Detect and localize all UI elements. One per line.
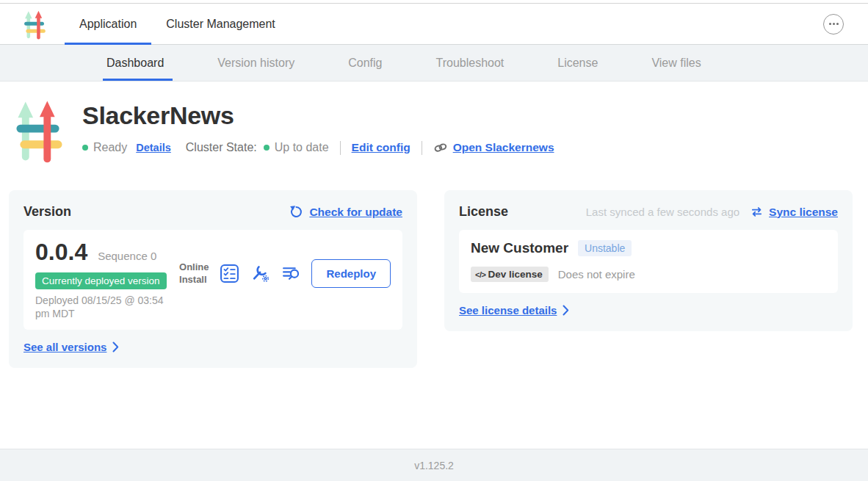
tab-license-label: License [557,57,598,70]
license-card-title: License [459,204,508,220]
top-nav: Application Cluster Management [0,4,868,45]
open-app-link[interactable]: Open Slackernews [433,140,554,155]
version-card: Version Check for update 0.0.4 Sequ [9,190,417,368]
app-header-text: SlackerNews Ready Details Cluster State:… [82,98,554,166]
version-line: 0.0.4 Sequence 0 [35,239,179,266]
license-header-right: Last synced a few seconds ago Sync licen… [586,206,838,219]
current-version-box: 0.0.4 Sequence 0 Currently deployed vers… [23,230,402,330]
tab-version-history[interactable]: Version history [217,45,294,81]
customer-name: New Customer [471,240,568,256]
cluster-state-dot [264,145,270,151]
tab-config-label: Config [348,57,382,70]
refresh-icon [289,205,303,219]
link-icon [433,140,448,155]
app-header: SlackerNews Ready Details Cluster State:… [15,98,868,166]
app-sub-nav: Dashboard Version history Config Trouble… [0,45,868,82]
install-type-label: Online Install [179,261,209,286]
app-status-text: Ready [93,141,127,154]
version-card-title: Version [23,204,71,220]
tab-cluster-management-label: Cluster Management [166,18,275,31]
app-logo-icon-large [15,98,62,166]
deployed-status-badge: Currently deployed version [35,272,167,289]
channel-badge: Unstable [578,240,632,256]
divider [422,141,422,155]
license-card-header: License Last synced a few seconds ago [459,204,838,220]
tab-cluster-management[interactable]: Cluster Management [151,4,290,44]
divider [340,141,341,155]
license-details-box: New Customer Unstable </> Dev license Do… [459,230,838,293]
app-footer: v1.125.2 [0,449,868,481]
edit-config-link[interactable]: Edit config [352,141,411,154]
app-status-row: Ready Details Cluster State: Up to date … [82,140,554,155]
version-number: 0.0.4 [35,239,87,266]
redeploy-button[interactable]: Redeploy [311,259,391,288]
chevron-right-icon [563,305,569,316]
license-expiry: Does not expire [558,268,635,281]
tab-troubleshoot[interactable]: Troubleshoot [435,45,504,81]
open-app-link-label: Open Slackernews [453,141,554,154]
version-info: 0.0.4 Sequence 0 Currently deployed vers… [35,239,179,320]
see-all-versions-link[interactable]: See all versions [23,341,402,353]
see-license-details-label: See license details [459,304,557,317]
license-card: License Last synced a few seconds ago [444,190,853,331]
customer-row: New Customer Unstable [471,240,826,256]
sync-arrows-icon [750,206,764,218]
tab-troubleshoot-label: Troubleshoot [435,57,504,70]
tab-dashboard-label: Dashboard [106,57,164,70]
tab-application[interactable]: Application [65,4,151,44]
license-type-label: Dev license [488,269,542,280]
view-logs-icon[interactable] [281,264,301,283]
tab-license[interactable]: License [557,45,598,81]
tab-config[interactable]: Config [348,45,382,81]
check-for-update[interactable]: Check for update [289,205,402,219]
see-license-details-link[interactable]: See license details [459,304,838,317]
sync-license-label: Sync license [769,206,838,219]
check-for-update-label: Check for update [309,206,402,219]
see-all-versions-label: See all versions [23,341,106,353]
cluster-state-value: Up to date [275,141,329,154]
chevron-right-icon [112,341,119,352]
license-type-badge: </> Dev license [471,267,549,282]
sync-license[interactable]: Sync license [750,206,838,219]
last-synced-text: Last synced a few seconds ago [586,206,739,218]
app-logo-icon-small [23,10,46,40]
top-nav-tabs: Application Cluster Management [65,4,290,44]
ellipsis-icon [833,23,835,25]
status-details-link[interactable]: Details [136,142,171,153]
tab-application-label: Application [79,18,137,31]
cluster-state-label: Cluster State: [186,141,257,154]
install-type-line1: Online [179,261,209,273]
config-wrench-icon[interactable] [250,264,270,283]
main-content: SlackerNews Ready Details Cluster State:… [0,82,868,449]
tab-dashboard[interactable]: Dashboard [106,45,164,81]
tab-view-files-label: View files [651,57,701,70]
deployed-timestamp: Deployed 08/15/25 @ 03:54 pm MDT [35,294,179,320]
more-menu-button[interactable] [823,14,844,35]
license-meta-row: </> Dev license Does not expire [471,267,826,282]
version-card-header: Version Check for update [23,204,402,220]
app-status-dot [82,145,88,151]
tab-view-files[interactable]: View files [651,45,701,81]
version-actions: Online Install [179,259,391,288]
preflight-checks-icon[interactable] [220,264,239,283]
sequence-label: Sequence 0 [98,250,156,262]
tab-version-history-label: Version history [217,57,294,70]
page-title: SlackerNews [82,101,554,130]
install-type-line2: Install [179,274,209,286]
console-version: v1.125.2 [414,460,454,471]
dashboard-cards: Version Check for update 0.0.4 Sequ [9,190,859,368]
code-icon: </> [475,270,485,279]
